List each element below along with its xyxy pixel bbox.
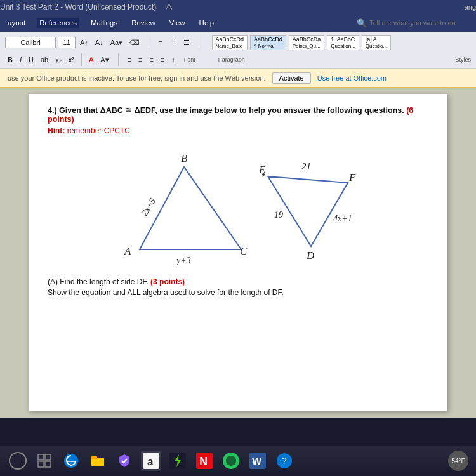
align-justify-btn[interactable]: ≡: [158, 55, 167, 65]
grow-font-btn[interactable]: A↑: [77, 37, 91, 48]
file-explorer-button[interactable]: [88, 451, 108, 471]
svg-rect-8: [91, 456, 97, 459]
notification-bar: use your Office product is inactive. To …: [0, 69, 476, 88]
hint-line: Hint: remember CPCTC: [48, 126, 428, 135]
app5-button[interactable]: [168, 451, 188, 471]
triangle-diagram: B A C 2x+5 y+3 E F D 21 19 4x+1: [48, 142, 428, 268]
question-main: Given that ΔABC ≅ ΔEDF, use the image be…: [59, 106, 406, 115]
activate-button[interactable]: Activate: [272, 72, 311, 84]
side-y3-label: y+3: [175, 256, 191, 265]
hint-text: remember CPCTC: [67, 126, 130, 135]
menu-review[interactable]: Review: [129, 18, 158, 28]
ribbon-divider-4: [118, 53, 119, 66]
n-icon: N: [196, 453, 213, 469]
style-namedate[interactable]: AaBbCcDdName_Date: [212, 35, 248, 50]
menu-bar: ayout References Mailings Review View He…: [0, 14, 476, 32]
font-color-btn[interactable]: A: [86, 55, 96, 65]
window-controls-hint: ang: [465, 3, 476, 11]
superscript-btn[interactable]: x²: [66, 55, 77, 65]
ribbon-divider-2: [199, 36, 199, 49]
part-a-label: (A): [48, 277, 58, 286]
highlight-btn[interactable]: A▾: [98, 55, 111, 65]
shrink-font-btn[interactable]: A↓: [93, 37, 106, 48]
style-normal[interactable]: AaBbCcDd¶ Normal: [250, 35, 286, 50]
align-left-btn[interactable]: ≡: [125, 55, 134, 65]
part-a: (A) Find the length of side DF. (3 point…: [48, 277, 428, 286]
strikethrough-btn[interactable]: ab: [38, 55, 51, 65]
side-2x5-label: 2x+5: [140, 196, 157, 217]
styles-area: AaBbCcDdName_Date AaBbCcDd¶ Normal AaBbC…: [212, 35, 392, 50]
ribbon: Calibri A↑ A↓ Aa▾ ⌫ ≡ ⋮ ☰ AaBbCcDdName_D…: [0, 32, 476, 69]
bullets-btn[interactable]: ≡: [155, 37, 164, 48]
help-button[interactable]: ?: [274, 451, 294, 471]
outline-btn[interactable]: ☰: [181, 37, 192, 48]
ribbon-divider-1: [149, 36, 149, 49]
font-section-label: Font: [184, 56, 195, 63]
font-style-btn[interactable]: Aa▾: [108, 37, 125, 48]
svg-rect-5: [45, 461, 51, 467]
svg-text:a: a: [147, 456, 154, 468]
menu-layout[interactable]: ayout: [5, 18, 28, 28]
style-question-a[interactable]: [a] AQuestio...: [362, 35, 391, 50]
style-points[interactable]: AaBbCcDaPoints_Qu...: [289, 35, 325, 50]
vertex-e-label: E: [258, 164, 266, 176]
search-circle-icon: [9, 452, 27, 470]
word-button[interactable]: a: [141, 451, 161, 471]
align-center-btn[interactable]: ≡: [136, 55, 145, 65]
tell-me-input[interactable]: [369, 19, 471, 27]
task-view-icon: [37, 454, 51, 468]
menu-mailings[interactable]: Mailings: [88, 18, 120, 28]
app7-button[interactable]: [221, 451, 241, 471]
font-name-btn[interactable]: Calibri: [5, 37, 56, 48]
svg-text:N: N: [199, 455, 208, 468]
part-a-instruction: Show the equation and ALL algebra used t…: [48, 288, 428, 297]
title-text: Unit 3 Test Part 2 - Word (Unlicensed Pr…: [0, 3, 156, 11]
free-link[interactable]: Use free at Office.com: [317, 74, 387, 82]
edge-button[interactable]: [61, 451, 81, 471]
word-icon: a: [143, 453, 159, 469]
vertex-f-label: F: [348, 171, 356, 183]
svg-point-16: [226, 456, 236, 466]
numbering-btn[interactable]: ⋮: [167, 37, 179, 48]
part-a-text: Find the length of side DF.: [60, 277, 148, 286]
file-explorer-icon: [89, 453, 106, 469]
clear-format-btn[interactable]: ⌫: [127, 37, 142, 48]
task-view-button[interactable]: [34, 451, 55, 471]
underline-btn[interactable]: U: [26, 55, 36, 65]
tell-me-area: 🔍: [357, 18, 471, 28]
side-4x1-label: 4x+1: [333, 214, 352, 223]
para-section-label: Paragraph: [218, 56, 245, 63]
subscript-btn[interactable]: x₂: [53, 55, 64, 65]
search-icon: 🔍: [357, 18, 367, 28]
vertex-a-label: A: [124, 245, 131, 257]
vertex-d-label: D: [306, 249, 315, 261]
triangles-svg: B A C 2x+5 y+3 E F D 21 19 4x+1: [102, 142, 374, 268]
part-a-points: (3 points): [150, 277, 185, 286]
app7-icon: [222, 452, 240, 470]
italic-btn[interactable]: I: [17, 55, 24, 65]
dot-mark: [262, 173, 265, 176]
document-page: 4.) Given that ΔABC ≅ ΔEDF, use the imag…: [29, 94, 447, 411]
hint-label: Hint:: [48, 126, 65, 135]
app8-button[interactable]: W: [248, 451, 268, 471]
taskbar-right: 54°F: [448, 451, 468, 471]
question-number: 4.): [48, 106, 57, 115]
temperature-text: 54°F: [451, 458, 465, 465]
help-icon: ?: [276, 453, 293, 469]
lightning-icon: [169, 453, 186, 469]
font-size-input[interactable]: [58, 37, 76, 48]
app6-button[interactable]: N: [194, 451, 215, 471]
list-section: ≡ ⋮ ☰: [155, 37, 192, 48]
svg-text:W: W: [252, 456, 262, 467]
menu-help[interactable]: Help: [197, 18, 217, 28]
menu-view[interactable]: View: [167, 18, 188, 28]
bold-btn[interactable]: B: [5, 55, 15, 65]
warning-icon: ⚠: [165, 2, 173, 12]
style-question-num[interactable]: 1. AaBbCQuestion...: [327, 35, 359, 50]
security-button[interactable]: [114, 451, 135, 471]
menu-references[interactable]: References: [37, 18, 79, 28]
line-spacing-btn[interactable]: ↕: [169, 55, 178, 65]
styles-section-label: Styles: [455, 56, 471, 63]
search-button[interactable]: [8, 451, 28, 471]
align-right-btn[interactable]: ≡: [147, 55, 155, 65]
